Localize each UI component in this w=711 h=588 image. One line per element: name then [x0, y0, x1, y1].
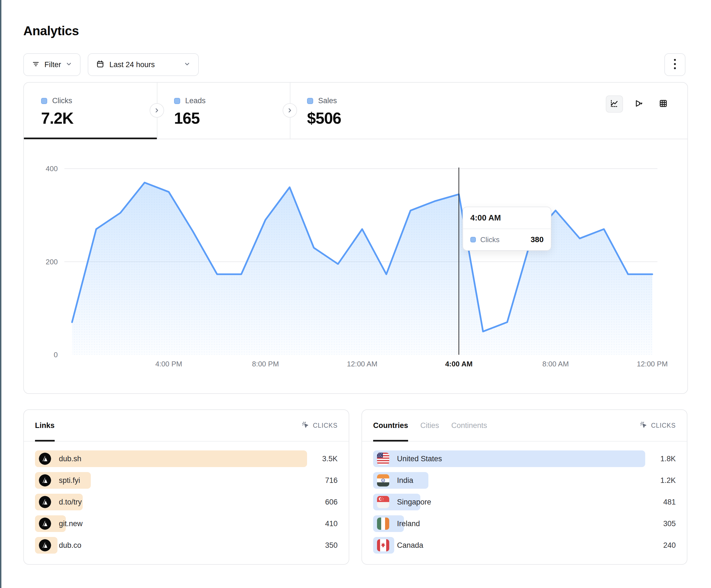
row-label: dub.sh — [59, 455, 81, 463]
country-row-Singapore[interactable]: Singapore481 — [373, 494, 676, 510]
link-row-dub.sh[interactable]: dub.sh3.5K — [35, 450, 338, 467]
link-favicon — [39, 539, 51, 551]
country-row-United States[interactable]: United States1.8K — [373, 450, 676, 467]
country-row-Ireland[interactable]: Ireland305 — [373, 515, 676, 532]
tab-leads[interactable]: Leads 165 — [157, 83, 290, 139]
x-axis-tick: 4:00 AM — [445, 360, 473, 368]
row-label: d.to/try — [59, 498, 82, 506]
x-axis-tick: 12:00 AM — [347, 360, 378, 368]
kebab-icon — [673, 58, 676, 71]
tooltip-series-swatch — [470, 237, 476, 243]
row-label: United States — [397, 455, 442, 463]
cursor-click-icon — [639, 421, 648, 430]
tab-sales[interactable]: Sales $506 — [290, 83, 434, 139]
links-panel: Links CLICKS dub.sh3.5Kspti.fyi716d.to/t… — [23, 409, 349, 565]
us-flag-icon — [377, 453, 389, 465]
window-edge — [0, 0, 1, 588]
ca-flag-icon — [377, 539, 389, 551]
toolbar: Filter Last 24 hours — [23, 53, 686, 76]
links-metric-label: CLICKS — [313, 422, 338, 429]
tab-continents[interactable]: Continents — [451, 410, 487, 441]
clicks-tab-label: Clicks — [52, 96, 72, 105]
chevron-down-icon — [66, 61, 72, 68]
clicks-timeseries-chart[interactable]: 40020004:00 PM8:00 PM12:00 AM4:00 AM8:00… — [24, 139, 689, 394]
tab-cities[interactable]: Cities — [420, 410, 439, 441]
x-axis-tick: 12:00 PM — [637, 360, 668, 368]
row-label: git.new — [59, 520, 83, 528]
tooltip-series-label: Clicks — [480, 235, 526, 244]
links-rows: dub.sh3.5Kspti.fyi716d.to/try606git.new4… — [24, 442, 349, 553]
clicks-value: 7.2K — [41, 109, 157, 127]
tab-links[interactable]: Links — [35, 410, 55, 441]
link-row-d.to/try[interactable]: d.to/try606 — [35, 494, 338, 510]
leads-tab-label: Leads — [185, 96, 206, 105]
link-favicon — [39, 474, 51, 487]
expand-leads-sales-button[interactable] — [283, 103, 297, 118]
row-label: Singapore — [397, 498, 431, 506]
chart-tooltip: 4:00 AM Clicks 380 — [462, 207, 552, 251]
tab-clicks[interactable]: Clicks 7.2K — [24, 83, 157, 139]
geo-tabs: CountriesCitiesContinents — [373, 410, 487, 441]
link-favicon — [39, 453, 51, 465]
table-view-button[interactable] — [655, 95, 672, 113]
y-axis-tick: 400 — [46, 164, 58, 173]
x-axis-tick: 8:00 AM — [542, 360, 568, 368]
row-value: 606 — [307, 498, 338, 506]
sales-value: $506 — [307, 109, 434, 127]
x-axis-tick: 4:00 PM — [155, 360, 182, 368]
tab-countries[interactable]: Countries — [373, 410, 408, 441]
row-value: 3.5K — [307, 455, 338, 463]
row-value: 240 — [645, 541, 676, 550]
stats-tabs: Clicks 7.2K Leads 165 Sales $506 — [24, 83, 687, 139]
sg-flag-icon — [377, 496, 389, 508]
x-axis-tick: 8:00 PM — [252, 360, 279, 368]
row-label: spti.fyi — [59, 476, 80, 485]
link-row-git.new[interactable]: git.new410 — [35, 515, 338, 532]
chart-type-switcher — [606, 95, 672, 113]
calendar-icon — [96, 60, 104, 69]
country-row-Canada[interactable]: Canada240 — [373, 537, 676, 553]
funnel-view-button[interactable] — [630, 95, 647, 113]
tooltip-time: 4:00 AM — [463, 207, 551, 229]
leads-value: 165 — [174, 109, 290, 127]
funnel-chart-icon — [634, 98, 644, 110]
row-value: 481 — [645, 498, 676, 506]
row-value: 410 — [307, 520, 338, 528]
link-row-dub.co[interactable]: dub.co350 — [35, 537, 338, 553]
cursor-click-icon — [301, 421, 309, 430]
geo-rows: United States1.8KIndia1.2KSingapore481Ir… — [362, 442, 687, 553]
chevron-down-icon — [184, 61, 191, 68]
y-axis-tick: 200 — [46, 258, 58, 266]
sales-legend-swatch — [307, 98, 313, 104]
links-metric-selector[interactable]: CLICKS — [301, 421, 338, 430]
page-title: Analytics — [23, 23, 79, 38]
country-row-India[interactable]: India1.2K — [373, 472, 676, 489]
link-favicon — [39, 518, 51, 530]
analytics-card: Clicks 7.2K Leads 165 Sales $506 — [23, 82, 688, 394]
line-chart-icon — [609, 98, 619, 110]
clicks-legend-swatch — [41, 98, 47, 104]
link-row-spti.fyi[interactable]: spti.fyi716 — [35, 472, 338, 489]
row-label: dub.co — [59, 541, 81, 550]
date-range-label: Last 24 hours — [109, 61, 179, 69]
date-range-button[interactable]: Last 24 hours — [88, 53, 199, 76]
filter-button[interactable]: Filter — [23, 53, 81, 76]
tooltip-value: 380 — [531, 235, 544, 244]
line-chart-view-button[interactable] — [606, 95, 623, 113]
filter-button-label: Filter — [44, 61, 61, 69]
geo-metric-label: CLICKS — [651, 422, 676, 429]
row-value: 305 — [645, 520, 676, 528]
row-label: India — [397, 476, 413, 485]
table-grid-icon — [658, 98, 668, 110]
geo-panel: CountriesCitiesContinents CLICKS United … — [362, 409, 687, 565]
y-axis-tick: 0 — [54, 350, 58, 359]
ie-flag-icon — [377, 518, 389, 530]
link-favicon — [39, 496, 51, 508]
row-label: Ireland — [397, 520, 420, 528]
more-options-button[interactable] — [664, 53, 686, 76]
expand-clicks-leads-button[interactable] — [150, 103, 164, 118]
area-texture — [72, 182, 652, 355]
geo-metric-selector[interactable]: CLICKS — [639, 421, 676, 430]
row-value: 350 — [307, 541, 338, 550]
leads-legend-swatch — [174, 98, 180, 104]
